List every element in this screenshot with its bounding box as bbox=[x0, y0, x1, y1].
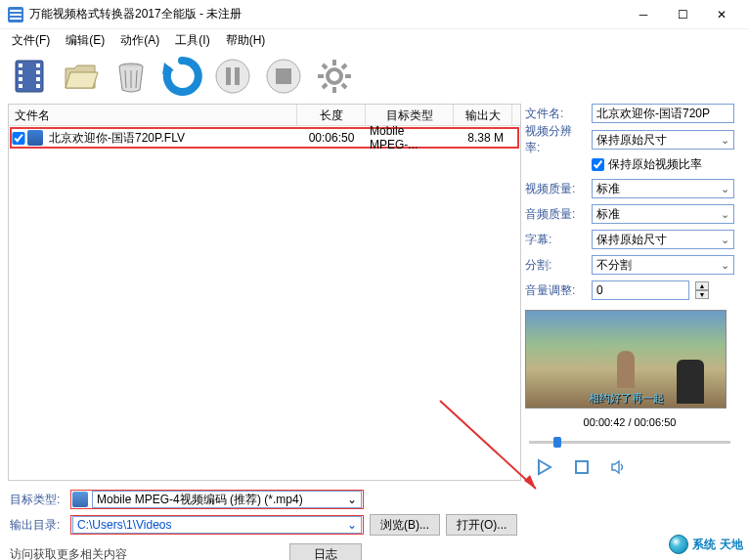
preview-time: 00:00:42 / 00:06:50 bbox=[525, 414, 734, 430]
watermark: 系统天地 bbox=[669, 535, 743, 554]
volume-spinner[interactable]: ▲▼ bbox=[695, 281, 709, 299]
table-row[interactable]: 北京欢迎你-国语720P.FLV 00:06:50 Mobile MPEG-..… bbox=[10, 127, 519, 149]
window-title: 万能视频格式转换器2017全能版 - 未注册 bbox=[29, 6, 624, 22]
close-button[interactable]: ✕ bbox=[702, 1, 741, 28]
subtitle-label: 字幕: bbox=[525, 232, 586, 248]
settings-button[interactable] bbox=[313, 55, 356, 98]
svg-rect-6 bbox=[19, 70, 22, 74]
videoquality-select[interactable]: 标准 bbox=[592, 179, 734, 198]
col-header-size[interactable]: 输出大小 bbox=[454, 105, 512, 125]
pause-button[interactable] bbox=[211, 55, 254, 98]
row-size: 8.38 M bbox=[454, 129, 507, 147]
output-dir-input[interactable]: C:\Users\1\Videos⌄ bbox=[72, 516, 362, 534]
browse-button[interactable]: 浏览(B)... bbox=[370, 514, 440, 536]
open-folder-button[interactable] bbox=[59, 55, 102, 98]
row-name: 北京欢迎你-国语720P.FLV bbox=[45, 128, 297, 149]
keep-ratio-checkbox[interactable] bbox=[592, 158, 604, 171]
svg-rect-31 bbox=[576, 461, 588, 473]
menu-edit[interactable]: 编辑(E) bbox=[60, 31, 110, 50]
videoquality-label: 视频质量: bbox=[525, 181, 586, 197]
svg-rect-12 bbox=[36, 84, 40, 88]
split-select[interactable]: 不分割 bbox=[592, 255, 734, 275]
audioquality-select[interactable]: 标准 bbox=[592, 204, 734, 224]
menu-tools[interactable]: 工具(I) bbox=[169, 31, 215, 50]
convert-button[interactable] bbox=[160, 55, 203, 98]
play-button[interactable] bbox=[535, 457, 554, 477]
add-file-button[interactable] bbox=[8, 55, 51, 98]
video-file-icon bbox=[27, 130, 43, 146]
keep-ratio-label: 保持原始视频比率 bbox=[608, 156, 702, 173]
svg-point-17 bbox=[216, 60, 249, 93]
svg-rect-10 bbox=[36, 70, 40, 74]
svg-line-27 bbox=[323, 65, 327, 68]
subtitle-select[interactable]: 保持原始尺寸 bbox=[592, 230, 734, 249]
filename-label: 文件名: bbox=[525, 106, 586, 122]
resolution-label: 视频分辨率: bbox=[525, 123, 586, 156]
svg-rect-5 bbox=[19, 64, 22, 67]
log-button[interactable]: 日志 bbox=[289, 543, 362, 560]
globe-icon bbox=[669, 535, 688, 554]
more-link[interactable]: 访问获取更多相关内容 bbox=[10, 546, 127, 561]
output-dir-label: 输出目录: bbox=[10, 517, 65, 534]
seek-slider[interactable] bbox=[525, 436, 734, 448]
svg-rect-9 bbox=[36, 64, 40, 67]
svg-line-29 bbox=[323, 84, 327, 88]
svg-rect-7 bbox=[19, 77, 22, 81]
stop-button[interactable] bbox=[262, 55, 305, 98]
col-header-length[interactable]: 长度 bbox=[297, 105, 366, 125]
app-icon bbox=[8, 7, 23, 22]
volume-label: 音量调整: bbox=[525, 282, 586, 299]
minimize-button[interactable]: ─ bbox=[624, 1, 663, 28]
format-icon bbox=[72, 492, 88, 507]
target-type-select[interactable]: Mobile MPEG-4视频编码 (推荐) (*.mp4)⌄ bbox=[92, 491, 362, 508]
col-header-name[interactable]: 文件名 bbox=[9, 105, 297, 125]
maximize-button[interactable]: ☐ bbox=[663, 1, 702, 28]
svg-rect-21 bbox=[276, 68, 291, 84]
svg-rect-3 bbox=[10, 18, 22, 20]
split-label: 分割: bbox=[525, 257, 586, 274]
svg-rect-18 bbox=[226, 67, 231, 85]
row-length: 00:06:50 bbox=[297, 129, 366, 147]
svg-rect-11 bbox=[36, 77, 40, 81]
svg-rect-1 bbox=[10, 10, 22, 12]
menu-help[interactable]: 帮助(H) bbox=[220, 31, 272, 50]
volume-input[interactable] bbox=[592, 280, 689, 300]
svg-line-28 bbox=[342, 84, 346, 88]
menu-action[interactable]: 动作(A) bbox=[114, 31, 165, 50]
preview-volume-button[interactable] bbox=[609, 457, 629, 477]
delete-button[interactable] bbox=[110, 55, 153, 98]
video-preview[interactable]: 相约好了再一起 bbox=[525, 310, 727, 409]
svg-point-22 bbox=[328, 69, 341, 83]
svg-rect-8 bbox=[19, 84, 22, 88]
menu-file[interactable]: 文件(F) bbox=[6, 31, 56, 50]
file-list: 文件名 长度 目标类型 输出大小 北京欢迎你-国语720P.FLV 00:06:… bbox=[8, 104, 521, 481]
svg-rect-19 bbox=[235, 67, 240, 85]
preview-stop-button[interactable] bbox=[572, 457, 592, 477]
resolution-select[interactable]: 保持原始尺寸 bbox=[592, 130, 734, 150]
filename-input[interactable]: 北京欢迎你-国语720P bbox=[592, 104, 734, 123]
svg-line-30 bbox=[342, 65, 346, 68]
target-type-label: 目标类型: bbox=[10, 492, 65, 508]
open-button[interactable]: 打开(O)... bbox=[446, 514, 517, 536]
audioquality-label: 音频质量: bbox=[525, 206, 586, 223]
svg-rect-2 bbox=[10, 14, 22, 16]
row-format: Mobile MPEG-... bbox=[366, 122, 454, 153]
preview-caption: 相约好了再一起 bbox=[589, 391, 664, 406]
row-checkbox[interactable] bbox=[12, 132, 25, 145]
